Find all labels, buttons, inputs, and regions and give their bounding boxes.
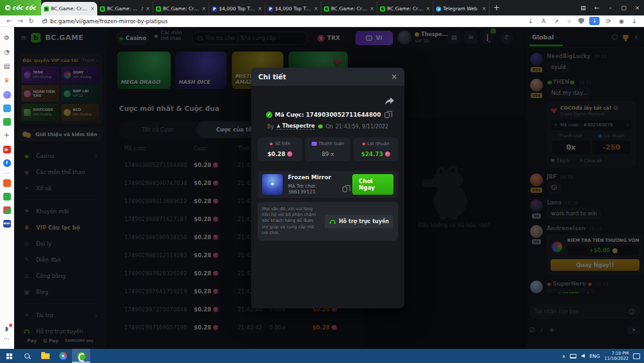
taskbar-clock[interactable]: 7:10 PM11/10/2022 (605, 351, 629, 362)
tab-label: BC.Game: Crypto Ca (331, 6, 368, 12)
coccoc-button[interactable] (72, 349, 90, 363)
games-gamepad-icon[interactable] (3, 118, 11, 126)
coin-icon (287, 152, 292, 157)
messenger-icon[interactable] (3, 91, 11, 99)
deals-icon[interactable] (3, 206, 11, 214)
copy-icon[interactable] (343, 186, 347, 192)
profile-icon[interactable]: ◉ (618, 18, 625, 25)
close-window-button[interactable]: × (630, 0, 644, 15)
settings-gear-icon[interactable]: ⚙ (3, 34, 12, 43)
play-now-button[interactable]: Chơi Ngay (352, 174, 393, 195)
bet-stats: ◆Số tiền $0.28 Thanh toán 89 x ◆Lợi nhuậ… (258, 137, 398, 161)
reload-icon[interactable]: ↻ (26, 17, 37, 25)
game-thumbnail: ✶ (262, 174, 283, 195)
more-options-icon[interactable]: ⋯ (3, 335, 12, 344)
bet-datetime: 21:43:59, 9/11/2022 (336, 124, 388, 130)
translate-icon[interactable]: A (540, 18, 547, 25)
coin-icon (385, 152, 390, 157)
tab-close-icon[interactable]: × (370, 6, 374, 12)
vip-crown-icon[interactable]: ♛ (3, 76, 12, 85)
facebook-icon[interactable]: f (3, 159, 11, 167)
browser-tab-5[interactable]: P $4,000 Top Tier Pl × (265, 2, 321, 15)
new-tab-button[interactable]: + (493, 3, 500, 12)
speaker-icon[interactable] (581, 354, 585, 358)
tab-close-icon[interactable]: × (482, 6, 486, 12)
platipus-favicon: P (212, 6, 217, 12)
https-lock-icon[interactable] (43, 20, 47, 23)
coccoc-brand[interactable]: cốc cốc (0, 0, 41, 15)
youtube-icon[interactable]: ▶ (3, 146, 11, 153)
minimize-button[interactable]: – (603, 0, 617, 15)
save-page-icon[interactable]: ↓ (527, 18, 535, 25)
browser-tab-1[interactable]: B BC.Game: Crypto Ca × (41, 2, 97, 15)
shopping-green-icon[interactable] (3, 193, 11, 201)
tab-close-icon[interactable]: × (258, 6, 262, 12)
modal-title: Chi tiết (258, 73, 286, 81)
browser-tab-2[interactable]: B BC.Game: Crypt ♪ × (97, 2, 153, 15)
tray-chevron-icon[interactable]: ∧ (562, 353, 566, 359)
game-id: Mã Trò chơi: 386139121 (288, 183, 339, 195)
downloads-tray-icon[interactable]: ↓ (630, 18, 638, 25)
language-indicator[interactable]: ENG (589, 353, 600, 359)
address-bar: ← → ↻ bc.game/vi/game/frozen-mirror-by-p… (0, 15, 644, 27)
bcgame-favicon: B (324, 6, 329, 12)
tab-label: Telegram Web (443, 6, 480, 12)
reading-list-icon[interactable]: ▤ (3, 62, 12, 71)
back-icon[interactable]: ← (4, 17, 15, 25)
file-explorer-button[interactable] (36, 349, 54, 363)
add-shortcut-icon[interactable]: + (3, 131, 12, 140)
sidebar-divider (3, 173, 11, 173)
game-card[interactable]: ✶ Frozen Mirror Mã Trò chơi: 386139121 C… (258, 171, 398, 198)
network-icon[interactable] (570, 354, 576, 358)
bcgame-favicon: B (44, 6, 49, 12)
windows-logo-icon (6, 353, 12, 359)
screen: cốc cốc B BC.Game: Crypto Ca × B BC.Game… (0, 0, 644, 363)
url-text[interactable]: bc.game/vi/game/frozen-mirror-by-platipu… (50, 18, 167, 25)
history-icon[interactable]: ◔ (3, 48, 12, 57)
taskbar-search-button[interactable] (18, 349, 36, 363)
side-panel-icon[interactable]: ▤ (576, 0, 590, 15)
profit-chip-icon: ◆ (362, 141, 365, 146)
bookmark-star-icon[interactable]: ☆ (565, 18, 573, 25)
shopping-orange-icon[interactable] (3, 179, 11, 187)
coccoc-icon (77, 352, 86, 360)
chrome-button[interactable] (54, 349, 72, 363)
stat-profit: ◆Lợi nhuận $24.73 (354, 137, 398, 161)
amount-gem-icon: ◆ (269, 141, 272, 146)
headset-icon (329, 219, 336, 224)
forward-icon[interactable]: → (15, 17, 26, 25)
social-mxh-icon[interactable]: MXH (3, 220, 11, 228)
start-button[interactable] (0, 349, 18, 363)
tab-close-icon[interactable]: × (426, 6, 430, 12)
adblock-shield-icon[interactable] (578, 18, 584, 25)
share-page-icon[interactable]: ↗ (553, 18, 560, 25)
tab-label: $4,000 Top Tier Pl (275, 6, 312, 12)
telegram-favicon: ◂ (436, 6, 441, 12)
tab-label: BC.Game: Crypto Ca (387, 6, 424, 12)
copy-icon[interactable] (384, 112, 390, 118)
browser-tab-8[interactable]: ◂ Telegram Web × (433, 2, 489, 15)
browser-tab-4[interactable]: P $4,000 Top Tier Plat × (209, 2, 265, 15)
tab-close-icon[interactable]: × (90, 6, 95, 12)
boss-key-icon[interactable]: ← (590, 0, 603, 15)
tab-audio-icon[interactable]: ♪ (141, 6, 144, 12)
tab-close-icon[interactable]: × (314, 6, 318, 12)
browser-tab-6[interactable]: B BC.Game: Crypto Ca × (321, 2, 377, 15)
support-note: Mọi vấn đề, xin vui lòng liên hệ với bộ … (262, 206, 319, 236)
tab-close-icon[interactable]: × (202, 6, 206, 12)
browser-tabstrip: cốc cốc B BC.Game: Crypto Ca × B BC.Game… (0, 0, 644, 15)
modal-close-icon[interactable]: × (391, 72, 397, 81)
notifications-bell-icon[interactable]: ◗ (3, 324, 12, 333)
maximize-button[interactable]: ▢ (617, 0, 630, 15)
browser-tab-3[interactable]: B BC.Game: Crypto Ca × (153, 2, 209, 15)
bcgame-favicon: B (380, 6, 385, 12)
bet-user-link[interactable]: ♟ Thespectre (276, 123, 315, 130)
share-bet-icon[interactable] (385, 97, 394, 105)
tab-close-icon[interactable]: × (146, 6, 150, 12)
sync-icon[interactable]: ⟳ (605, 18, 612, 25)
action-center-icon[interactable] (633, 353, 640, 359)
tools-icon[interactable] (3, 104, 11, 112)
live-support-button[interactable]: Hỗ trợ trực tuyến (325, 215, 393, 228)
browser-tab-7[interactable]: B BC.Game: Crypto Ca × (377, 2, 433, 15)
download-manager-button[interactable]: ↓ (589, 17, 600, 25)
